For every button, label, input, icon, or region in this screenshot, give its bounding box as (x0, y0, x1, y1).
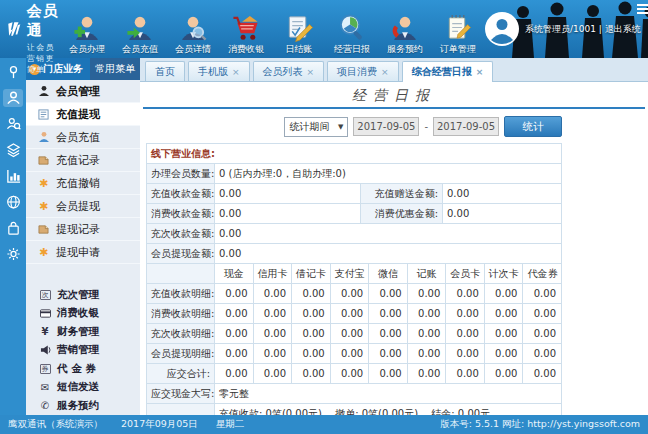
member-register-icon (72, 13, 102, 42)
tab-mobile[interactable]: 手机版× (188, 61, 250, 81)
pay-value-cell: 0.00 (215, 304, 254, 324)
marketing-icon (39, 345, 51, 355)
pay-value-cell: 0.00 (330, 324, 369, 344)
recharge-record-icon (37, 155, 50, 166)
close-icon[interactable]: × (232, 67, 240, 77)
sidebar-item-voucher[interactable]: 券 代 金 券 (26, 360, 140, 379)
toolbar-member-recharge[interactable]: 会员充值 (114, 13, 166, 56)
sidebar-item-withdraw-apply[interactable]: ✱ 提现申请 (26, 241, 140, 264)
pay-column-header: 支付宝 (330, 264, 369, 284)
globe-icon[interactable] (3, 193, 23, 211)
table-row: 应交现金大写: 零元整 (147, 384, 562, 404)
pay-table-row: 消费收款明细:0.000.000.000.000.000.000.000.000… (147, 304, 562, 324)
sidebar-item-recharge-record[interactable]: 充值记录 (26, 149, 140, 172)
sidebar-item-member-withdraw[interactable]: ✱ 会员提现 (26, 195, 140, 218)
member-recharge-icon (37, 131, 50, 143)
member-icon[interactable] (3, 89, 23, 107)
pay-value-cell: 0.00 (446, 304, 485, 324)
tab-daily-report[interactable]: 综合经营日报× (402, 61, 494, 82)
tab-member-list[interactable]: 会员列表× (253, 61, 325, 81)
sidebar-item-recharge-cancel[interactable]: ✱ 充值撤销 (26, 172, 140, 195)
sidebar-tab-common-menu[interactable]: 常用菜单 (90, 58, 140, 80)
chart-icon[interactable] (3, 167, 23, 185)
pay-value-cell: 0.00 (215, 324, 254, 344)
pay-column-header: 记账 (407, 264, 446, 284)
pin-icon[interactable] (3, 63, 23, 81)
sidebar-item-member-manage[interactable]: 会员管理 (26, 80, 140, 103)
logout-link[interactable]: 退出系统 (605, 24, 641, 34)
finance-icon: ¥ (39, 326, 51, 337)
member-search-icon[interactable] (3, 115, 23, 133)
pay-table-row: 会员提现明细:0.000.000.000.000.000.000.000.000… (147, 344, 562, 364)
sidebar-item-member-recharge[interactable]: 会员充值 (26, 126, 140, 149)
pay-value-cell: 0.00 (330, 344, 369, 364)
cashier-card-icon (39, 309, 51, 318)
sidebar-item-cashier[interactable]: 消费收银 (26, 304, 140, 323)
pay-value-cell: 0.00 (484, 344, 523, 364)
times-manage-icon: 次 (39, 290, 51, 300)
pay-column-header: 现金 (215, 264, 254, 284)
select-arrow-icon: ▼ (338, 123, 343, 131)
table-row: 充次收款金额:0.00 (147, 224, 562, 244)
top-header: 鹰双会员通 让会员营销更简单 会员办理 会员充值 (0, 0, 648, 58)
toolbar-daily-report[interactable]: 经营日报 (326, 13, 378, 56)
period-select[interactable]: 统计期间 ▼ (284, 117, 348, 137)
current-user[interactable]: 系统管理员/1001 (525, 24, 596, 34)
pay-value-cell: 0.00 (330, 284, 369, 304)
user-divider: | (599, 24, 602, 34)
tab-project-consume[interactable]: 项目消费× (327, 61, 399, 81)
recharge-cancel-icon: ✱ (37, 178, 50, 189)
pay-column-header: 借记卡 (292, 264, 331, 284)
date-from-input[interactable] (353, 117, 419, 136)
sidebar-item-withdraw-record[interactable]: 提现记录 (26, 218, 140, 241)
pay-value-cell: 0.00 (523, 324, 562, 344)
toolbar-cashier[interactable]: 消费收银 (220, 13, 272, 56)
statistics-button[interactable]: 统计 (504, 116, 562, 137)
withdraw-record-icon (37, 224, 50, 235)
recharge-withdraw-icon (37, 109, 50, 120)
close-icon[interactable]: × (476, 67, 484, 77)
pay-value-cell: 0.00 (523, 364, 562, 384)
date-to-input[interactable] (433, 117, 499, 136)
pay-value-cell: 0.00 (407, 304, 446, 324)
member-manage-icon (37, 85, 50, 97)
withdraw-apply-icon: ✱ (37, 247, 50, 258)
header-toolbar: 会员办理 会员充值 会员详情 (61, 0, 484, 58)
logo: 鹰双会员通 让会员营销更简单 (0, 0, 61, 58)
hamburger-menu-icon[interactable] (637, 4, 648, 16)
sidebar-item-sms[interactable]: ✉ 短信发送 (26, 378, 140, 397)
status-bar: 鹰双通讯（系统演示） 2017年09月05日 星期二 版本号: 5.5.1 网址… (0, 415, 648, 434)
gear-icon[interactable] (3, 245, 23, 263)
toolbar-member-detail[interactable]: 会员详情 (167, 13, 219, 56)
summary-lines: 充值收款: 0笔(0.00元)， 撤单: 0笔(0.00元)， 结余: 0.00… (219, 406, 557, 415)
close-icon[interactable]: × (307, 67, 315, 77)
pay-value-cell: 0.00 (407, 364, 446, 384)
version-info: 版本号: 5.5.1 网址: http://yst.yingssoft.com (440, 418, 640, 431)
pay-column-header: 代金券 (523, 264, 562, 284)
pay-value-cell: 0.00 (369, 364, 408, 384)
sidebar-item-times-manage[interactable]: 次 充次管理 (26, 286, 140, 305)
sidebar-item-recharge-withdraw[interactable]: 充值提现 (26, 103, 140, 126)
tab-home[interactable]: 首页 (145, 61, 185, 81)
cashier-cart-icon (231, 13, 261, 42)
toolbar-order-manage[interactable]: 订单管理 (432, 13, 484, 56)
toolbar-member-register[interactable]: 会员办理 (61, 13, 113, 56)
daily-report-icon (337, 13, 367, 42)
sidebar-item-marketing[interactable]: 营销管理 (26, 341, 140, 360)
close-icon[interactable]: × (381, 67, 389, 77)
document-tabstrip: 首页 手机版× 会员列表× 项目消费× 综合经营日报× (140, 58, 648, 82)
pay-value-cell: 0.00 (215, 364, 254, 384)
toolbar-service-booking[interactable]: 服务预约 (379, 13, 431, 56)
pay-column-header: 信用卡 (253, 264, 292, 284)
toolbar-daily-settle[interactable]: 日结账 (273, 13, 325, 56)
left-icon-strip (0, 58, 26, 415)
user-avatar[interactable] (484, 11, 520, 47)
shopping-bag-icon[interactable] (3, 219, 23, 237)
member-detail-icon (178, 13, 208, 42)
pay-value-cell: 0.00 (253, 304, 292, 324)
pay-value-cell: 0.00 (253, 324, 292, 344)
sidebar-item-service-booking[interactable]: ✆ 服务预约 (26, 397, 140, 416)
layers-icon[interactable] (3, 141, 23, 159)
pay-column-header: 会员卡 (446, 264, 485, 284)
sidebar-item-finance[interactable]: ¥ 财务管理 (26, 323, 140, 342)
